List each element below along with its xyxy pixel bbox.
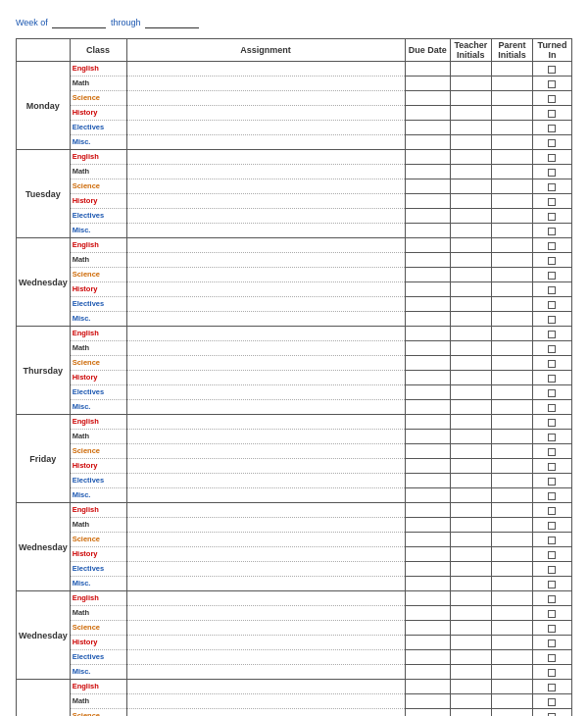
- week-start-field[interactable]: [52, 18, 106, 28]
- turned-in-cell[interactable]: [532, 591, 571, 606]
- teacher-initials-cell[interactable]: [450, 238, 491, 253]
- assignment-cell[interactable]: [126, 459, 405, 474]
- turned-in-cell[interactable]: [532, 488, 571, 503]
- turned-in-cell[interactable]: [532, 533, 571, 547]
- assignment-cell[interactable]: [126, 150, 405, 165]
- teacher-initials-cell[interactable]: [450, 121, 491, 135]
- turned-in-cell[interactable]: [532, 77, 571, 91]
- due-date-cell[interactable]: [405, 121, 450, 135]
- checkbox-icon[interactable]: [548, 198, 556, 206]
- assignment-cell[interactable]: [126, 650, 405, 665]
- due-date-cell[interactable]: [405, 533, 450, 547]
- assignment-cell[interactable]: [126, 591, 405, 606]
- checkbox-icon[interactable]: [548, 595, 556, 603]
- parent-initials-cell[interactable]: [491, 179, 532, 194]
- teacher-initials-cell[interactable]: [450, 400, 491, 415]
- turned-in-cell[interactable]: [532, 371, 571, 385]
- turned-in-cell[interactable]: [532, 312, 571, 327]
- assignment-cell[interactable]: [126, 341, 405, 356]
- parent-initials-cell[interactable]: [491, 91, 532, 106]
- turned-in-cell[interactable]: [532, 665, 571, 680]
- turned-in-cell[interactable]: [532, 268, 571, 282]
- assignment-cell[interactable]: [126, 106, 405, 121]
- teacher-initials-cell[interactable]: [450, 488, 491, 503]
- turned-in-cell[interactable]: [532, 238, 571, 253]
- assignment-cell[interactable]: [126, 371, 405, 385]
- checkbox-icon[interactable]: [548, 95, 556, 103]
- parent-initials-cell[interactable]: [491, 62, 532, 77]
- teacher-initials-cell[interactable]: [450, 282, 491, 297]
- teacher-initials-cell[interactable]: [450, 533, 491, 547]
- assignment-cell[interactable]: [126, 474, 405, 488]
- due-date-cell[interactable]: [405, 91, 450, 106]
- parent-initials-cell[interactable]: [491, 591, 532, 606]
- parent-initials-cell[interactable]: [491, 562, 532, 577]
- due-date-cell[interactable]: [405, 253, 450, 268]
- parent-initials-cell[interactable]: [491, 533, 532, 547]
- teacher-initials-cell[interactable]: [450, 194, 491, 209]
- due-date-cell[interactable]: [405, 606, 450, 621]
- teacher-initials-cell[interactable]: [450, 91, 491, 106]
- assignment-cell[interactable]: [126, 636, 405, 650]
- parent-initials-cell[interactable]: [491, 709, 532, 717]
- teacher-initials-cell[interactable]: [450, 547, 491, 562]
- due-date-cell[interactable]: [405, 503, 450, 518]
- turned-in-cell[interactable]: [532, 150, 571, 165]
- parent-initials-cell[interactable]: [491, 194, 532, 209]
- teacher-initials-cell[interactable]: [450, 606, 491, 621]
- due-date-cell[interactable]: [405, 562, 450, 577]
- teacher-initials-cell[interactable]: [450, 577, 491, 591]
- checkbox-icon[interactable]: [548, 478, 556, 486]
- parent-initials-cell[interactable]: [491, 341, 532, 356]
- checkbox-icon[interactable]: [548, 66, 556, 74]
- checkbox-icon[interactable]: [548, 228, 556, 235]
- checkbox-icon[interactable]: [548, 154, 556, 162]
- parent-initials-cell[interactable]: [491, 224, 532, 238]
- due-date-cell[interactable]: [405, 194, 450, 209]
- parent-initials-cell[interactable]: [491, 503, 532, 518]
- parent-initials-cell[interactable]: [491, 636, 532, 650]
- due-date-cell[interactable]: [405, 150, 450, 165]
- assignment-cell[interactable]: [126, 356, 405, 371]
- parent-initials-cell[interactable]: [491, 77, 532, 91]
- checkbox-icon[interactable]: [548, 80, 556, 88]
- checkbox-icon[interactable]: [548, 610, 556, 618]
- parent-initials-cell[interactable]: [491, 385, 532, 400]
- teacher-initials-cell[interactable]: [450, 650, 491, 665]
- turned-in-cell[interactable]: [532, 562, 571, 577]
- parent-initials-cell[interactable]: [491, 268, 532, 282]
- turned-in-cell[interactable]: [532, 165, 571, 179]
- parent-initials-cell[interactable]: [491, 297, 532, 312]
- parent-initials-cell[interactable]: [491, 400, 532, 415]
- turned-in-cell[interactable]: [532, 621, 571, 636]
- due-date-cell[interactable]: [405, 518, 450, 533]
- assignment-cell[interactable]: [126, 135, 405, 150]
- teacher-initials-cell[interactable]: [450, 327, 491, 341]
- turned-in-cell[interactable]: [532, 135, 571, 150]
- teacher-initials-cell[interactable]: [450, 371, 491, 385]
- checkbox-icon[interactable]: [548, 360, 556, 368]
- assignment-cell[interactable]: [126, 91, 405, 106]
- due-date-cell[interactable]: [405, 209, 450, 224]
- teacher-initials-cell[interactable]: [450, 312, 491, 327]
- parent-initials-cell[interactable]: [491, 665, 532, 680]
- teacher-initials-cell[interactable]: [450, 430, 491, 444]
- parent-initials-cell[interactable]: [491, 121, 532, 135]
- turned-in-cell[interactable]: [532, 430, 571, 444]
- checkbox-icon[interactable]: [548, 522, 556, 530]
- due-date-cell[interactable]: [405, 77, 450, 91]
- assignment-cell[interactable]: [126, 503, 405, 518]
- parent-initials-cell[interactable]: [491, 135, 532, 150]
- parent-initials-cell[interactable]: [491, 694, 532, 709]
- turned-in-cell[interactable]: [532, 518, 571, 533]
- turned-in-cell[interactable]: [532, 680, 571, 694]
- due-date-cell[interactable]: [405, 224, 450, 238]
- due-date-cell[interactable]: [405, 444, 450, 459]
- checkbox-icon[interactable]: [548, 389, 556, 397]
- checkbox-icon[interactable]: [548, 169, 556, 177]
- checkbox-icon[interactable]: [548, 331, 556, 338]
- checkbox-icon[interactable]: [548, 242, 556, 250]
- due-date-cell[interactable]: [405, 694, 450, 709]
- parent-initials-cell[interactable]: [491, 459, 532, 474]
- due-date-cell[interactable]: [405, 591, 450, 606]
